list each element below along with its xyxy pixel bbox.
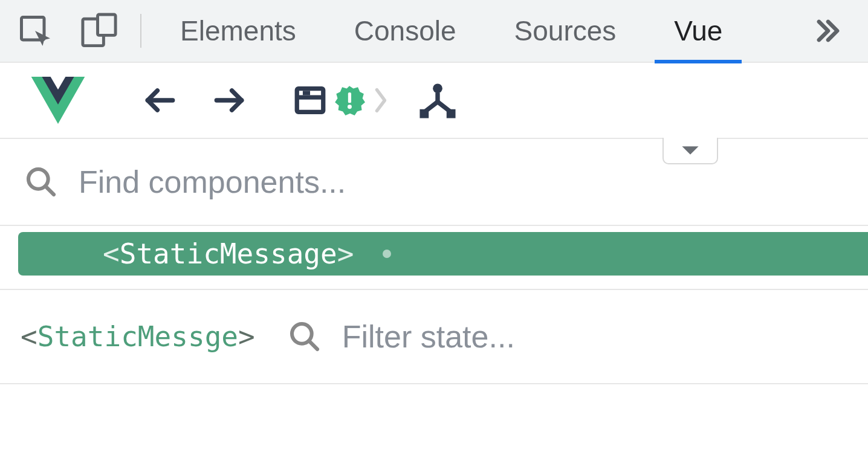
devtools-tab-list: Elements Console Sources Vue <box>180 0 722 62</box>
component-search-input[interactable] <box>79 164 502 200</box>
search-icon <box>24 165 58 199</box>
svg-rect-8 <box>348 92 351 103</box>
state-row: <StaticMessge> <box>0 290 868 384</box>
forward-icon[interactable] <box>212 86 247 114</box>
chevron-down-icon <box>680 144 701 157</box>
component-tree: <StaticMessage> <box>0 226 868 290</box>
angle-open: < <box>103 237 120 270</box>
tabs-overflow-icon[interactable] <box>812 15 851 47</box>
app-icon[interactable] <box>293 83 328 118</box>
tab-console[interactable]: Console <box>354 0 456 62</box>
tab-vue[interactable]: Vue <box>674 0 722 62</box>
state-filter-input[interactable] <box>342 318 596 355</box>
tab-elements[interactable]: Elements <box>180 0 296 62</box>
components-icon[interactable] <box>418 82 457 118</box>
inspect-element-icon[interactable] <box>17 13 53 49</box>
verified-badge-icon <box>334 85 365 116</box>
vue-toolbar <box>0 62 868 139</box>
tab-sources[interactable]: Sources <box>514 0 617 62</box>
devtools-left-icon-group <box>17 13 118 49</box>
tree-node-label: StaticMessage <box>120 237 337 270</box>
component-search-row <box>0 139 868 226</box>
state-breadcrumb: <StaticMessge> <box>21 320 255 353</box>
angle-close: > <box>337 237 354 270</box>
svg-rect-15 <box>447 109 456 118</box>
devtools-tab-bar: Elements Console Sources Vue <box>0 0 868 63</box>
tree-node-indicator-icon <box>383 250 391 258</box>
back-icon[interactable] <box>143 86 178 114</box>
svg-point-9 <box>348 105 352 109</box>
svg-point-10 <box>433 83 442 93</box>
tab-bar-divider <box>140 14 141 48</box>
svg-line-17 <box>45 186 54 195</box>
svg-rect-2 <box>98 15 116 35</box>
crumb-separator-icon <box>371 85 390 116</box>
state-breadcrumb-name: StaticMessge <box>37 320 238 353</box>
device-toggle-icon[interactable] <box>80 13 118 49</box>
vue-app-crumb <box>293 82 457 118</box>
component-view-dropdown[interactable] <box>662 138 718 164</box>
svg-rect-14 <box>419 109 429 118</box>
search-icon <box>288 320 322 353</box>
tree-node-selected[interactable]: <StaticMessage> <box>18 232 868 276</box>
svg-line-19 <box>309 341 317 349</box>
vue-logo-icon <box>30 77 86 124</box>
vue-nav-group <box>143 86 247 114</box>
